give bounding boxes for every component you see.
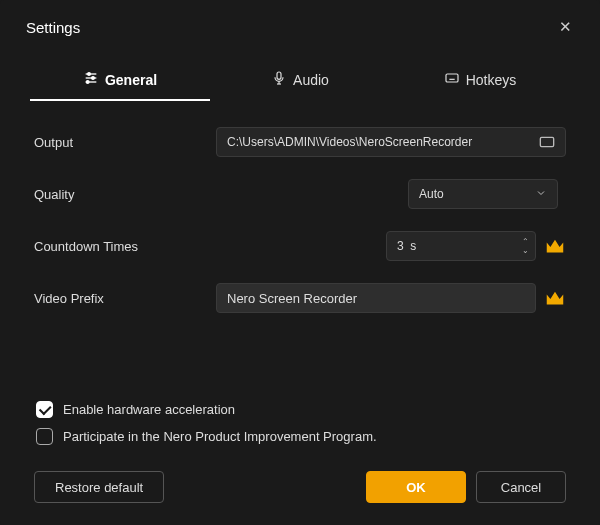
settings-dialog: Settings ✕ General Audio xyxy=(0,0,600,525)
chevron-down-icon xyxy=(535,187,547,202)
countdown-value: 3 xyxy=(397,239,404,253)
stepper-arrows[interactable]: ⌃ ⌄ xyxy=(522,238,529,254)
cancel-button[interactable]: Cancel xyxy=(476,471,566,503)
tab-label: General xyxy=(105,72,157,88)
keyboard-icon xyxy=(444,70,460,89)
output-label: Output xyxy=(34,135,204,150)
checkbox-hwaccel[interactable]: Enable hardware acceleration xyxy=(36,401,566,418)
tab-hotkeys[interactable]: Hotkeys xyxy=(390,60,570,101)
output-path-field[interactable] xyxy=(216,127,566,157)
quality-label: Quality xyxy=(34,187,204,202)
checkbox-group: Enable hardware acceleration Participate… xyxy=(34,401,566,445)
tab-audio[interactable]: Audio xyxy=(210,60,390,101)
svg-rect-6 xyxy=(277,72,281,79)
countdown-stepper[interactable]: 3 s ⌃ ⌄ xyxy=(386,231,536,261)
prefix-input[interactable]: Nero Screen Recorder xyxy=(216,283,536,313)
checkbox-icon xyxy=(36,428,53,445)
svg-point-5 xyxy=(86,81,89,84)
titlebar: Settings ✕ xyxy=(0,0,600,50)
row-quality: Quality Auto xyxy=(34,179,566,209)
tab-label: Audio xyxy=(293,72,329,88)
output-path-input[interactable] xyxy=(227,135,531,149)
chevron-up-icon[interactable]: ⌃ xyxy=(522,238,529,245)
body: Output Quality Auto xyxy=(0,101,600,455)
row-countdown: Countdown Times 3 s ⌃ ⌄ xyxy=(34,231,566,261)
countdown-label: Countdown Times xyxy=(34,239,204,254)
crown-icon xyxy=(544,289,566,307)
checkbox-improvement[interactable]: Participate in the Nero Product Improvem… xyxy=(36,428,566,445)
footer: Restore default OK Cancel xyxy=(0,455,600,525)
row-output: Output xyxy=(34,127,566,157)
svg-point-1 xyxy=(88,73,91,76)
sliders-icon xyxy=(83,70,99,89)
checkbox-label: Enable hardware acceleration xyxy=(63,402,235,417)
tabs: General Audio Hotkeys xyxy=(0,50,600,101)
checkbox-label: Participate in the Nero Product Improvem… xyxy=(63,429,377,444)
tab-general[interactable]: General xyxy=(30,60,210,101)
close-button[interactable]: ✕ xyxy=(551,14,580,40)
countdown-unit: s xyxy=(410,239,416,253)
row-prefix: Video Prefix Nero Screen Recorder xyxy=(34,283,566,313)
ok-button[interactable]: OK xyxy=(366,471,466,503)
restore-default-button[interactable]: Restore default xyxy=(34,471,164,503)
tab-label: Hotkeys xyxy=(466,72,517,88)
svg-rect-9 xyxy=(446,74,458,82)
chevron-down-icon[interactable]: ⌄ xyxy=(522,247,529,254)
quality-select[interactable]: Auto xyxy=(408,179,558,209)
microphone-icon xyxy=(271,70,287,89)
svg-point-3 xyxy=(92,77,95,80)
browse-folder-icon[interactable] xyxy=(539,136,555,148)
crown-icon xyxy=(544,237,566,255)
svg-rect-14 xyxy=(540,137,553,146)
prefix-label: Video Prefix xyxy=(34,291,204,306)
checkbox-icon xyxy=(36,401,53,418)
quality-value: Auto xyxy=(419,187,444,201)
prefix-value: Nero Screen Recorder xyxy=(227,291,357,306)
window-title: Settings xyxy=(26,19,80,36)
